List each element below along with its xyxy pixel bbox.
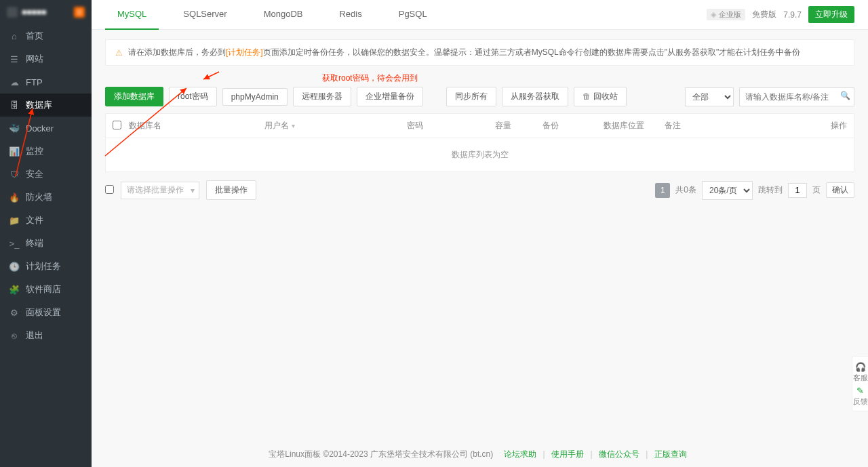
tab-mongodb[interactable]: MongoDB [252,0,315,30]
side-float: 🎧 客服 ✎ 反馈 [852,356,868,411]
batch-action-button[interactable]: 批量操作 [206,180,256,200]
upgrade-button[interactable]: 立即升级 [808,6,854,23]
notice-post: 页面添加定时备份任务，以确保您的数据安全。温馨提示：通过第三方或者MySQL命令… [263,47,801,57]
jump-input[interactable] [788,183,807,198]
sort-icon: ▾ [292,122,295,129]
recycle-bin-button[interactable]: 🗑回收站 [574,87,627,106]
sidebar-item-home[interactable]: ⌂首页 [0,24,92,47]
jump-confirm-button[interactable]: 确认 [826,182,854,198]
home-icon: ⌂ [9,31,19,41]
table-header: 数据库名 用户名▾ 密码 容量 备份 数据库位置 备注 操作 [106,114,854,138]
page-current[interactable]: 1 [655,183,670,198]
page-size-select[interactable]: 20条/页 [702,181,753,200]
logo-text: ■■■■■ [22,7,70,17]
sidebar-item-settings[interactable]: ⚙面板设置 [0,301,92,324]
sidebar-item-monitor[interactable]: 📊监控 [0,140,92,163]
diamond-icon: ◈ [711,10,716,19]
sidebar-item-label: Docker [26,123,54,134]
fetch-from-server-button[interactable]: 从服务器获取 [502,87,568,106]
sidebar-item-label: 监控 [26,145,43,157]
search-icon[interactable]: 🔍 [840,91,850,100]
sidebar: ■■■■■ 0 ⌂首页☰网站☁FTP🗄数据库🐳Docker📊监控🛡安全🔥防火墙📁… [0,0,92,467]
footer-link[interactable]: 论坛求助 [504,449,536,459]
cs-label: 客服 [853,373,868,382]
footer-link[interactable]: 使用手册 [551,449,584,459]
search-input[interactable] [739,87,854,106]
main: MySQLSQLServerMongoDBRedisPgSQL ◈企业版 免费版… [92,0,868,467]
enterprise-label: 企业版 [719,9,741,20]
trash-icon: 🗑 [583,92,591,101]
tab-pgsql[interactable]: PgSQL [387,0,439,30]
col-name[interactable]: 数据库名 [129,120,264,131]
enterprise-badge[interactable]: ◈企业版 [707,9,745,20]
sidebar-item-label: 安全 [26,168,43,180]
feedback-button[interactable]: ✎ 反馈 [853,384,868,407]
sidebar-item-cloud[interactable]: ☁FTP [0,70,92,94]
chevron-down-icon: ▾ [191,186,195,195]
sidebar-item-label: 文件 [26,214,43,226]
col-remark: 备注 [665,120,813,131]
sidebar-item-exit[interactable]: ⎋退出 [0,324,92,347]
sidebar-item-label: 软件商店 [26,283,61,296]
store-icon: 🧩 [9,285,19,294]
customer-service-button[interactable]: 🎧 客服 [853,361,868,383]
batch-select-checkbox[interactable] [105,185,114,194]
sidebar-item-globe[interactable]: ☰网站 [0,47,92,70]
logo-icon [7,7,18,18]
filter-select[interactable]: 全部 [685,87,734,106]
sidebar-item-store[interactable]: 🧩软件商店 [0,278,92,301]
sidebar-item-label: 退出 [26,329,43,342]
sidebar-item-firewall[interactable]: 🔥防火墙 [0,186,92,209]
sidebar-item-clock[interactable]: 🕒计划任务 [0,255,92,278]
add-database-button[interactable]: 添加数据库 [105,87,163,106]
select-all-checkbox[interactable] [113,121,121,129]
tab-mysql[interactable]: MySQL [105,0,159,30]
database-icon: 🗄 [9,100,19,110]
sidebar-item-folder[interactable]: 📁文件 [0,209,92,232]
warning-icon: ⚠ [115,48,123,58]
sidebar-item-docker[interactable]: 🐳Docker [0,117,92,140]
sidebar-item-label: FTP [26,77,43,87]
notice-link[interactable]: [计划任务] [226,47,263,57]
notice-pre: 请在添加数据库后，务必到 [128,47,226,57]
incremental-backup-button[interactable]: 企业增量备份 [357,87,423,106]
docker-icon: 🐳 [9,123,19,133]
folder-icon: 📁 [9,216,19,225]
phpmyadmin-button[interactable]: phpMyAdmin [222,88,288,106]
globe-icon: ☰ [9,54,19,64]
page-total: 共0条 [675,184,696,196]
col-backup: 备份 [542,120,604,131]
notification-badge[interactable]: 0 [74,7,85,18]
sync-all-button[interactable]: 同步所有 [446,87,496,106]
batch-select[interactable]: 请选择批量操作▾ [121,182,199,199]
db-tabs: MySQLSQLServerMongoDBRedisPgSQL [105,0,452,30]
tab-sqlserver[interactable]: SQLServer [171,0,239,30]
topbar: MySQLSQLServerMongoDBRedisPgSQL ◈企业版 免费版… [92,0,868,30]
col-user-label: 用户名 [264,120,289,131]
sidebar-item-shield[interactable]: 🛡安全 [0,163,92,186]
settings-icon: ⚙ [9,308,19,317]
notice-bar: ⚠ 请在添加数据库后，务必到[计划任务]页面添加定时备份任务，以确保您的数据安全… [105,39,854,66]
sidebar-item-label: 计划任务 [26,260,61,272]
toolbar: 添加数据库 root密码 phpMyAdmin 远程服务器 企业增量备份 同步所… [105,87,854,106]
footer-link[interactable]: 微信公众号 [599,449,639,459]
sidebar-item-terminal[interactable]: >_终端 [0,232,92,255]
remote-server-button[interactable]: 远程服务器 [293,87,351,106]
col-user[interactable]: 用户名▾ [264,120,407,131]
sidebar-item-database[interactable]: 🗄数据库 [0,94,92,117]
root-password-button[interactable]: root密码 [169,87,217,106]
batch-select-label: 请选择批量操作 [127,184,184,196]
sidebar-logo: ■■■■■ 0 [0,0,92,24]
col-password: 密码 [407,120,495,131]
topbar-right: ◈企业版 免费版 7.9.7 立即升级 [707,6,854,23]
clock-icon: 🕒 [9,262,19,271]
exit-icon: ⎋ [9,331,19,340]
version-number: 7.9.7 [783,10,802,20]
footer-text: 宝塔Linux面板 ©2014-2023 广东堡塔安全技术有限公司 (bt.cn… [269,449,493,459]
sidebar-item-label: 首页 [26,30,43,42]
footer-link[interactable]: 正版查询 [654,449,687,459]
tab-redis[interactable]: Redis [327,0,374,30]
notice-text: 请在添加数据库后，务必到[计划任务]页面添加定时备份任务，以确保您的数据安全。温… [128,47,800,58]
col-operation: 操作 [813,120,847,131]
col-location: 数据库位置 [604,120,665,131]
